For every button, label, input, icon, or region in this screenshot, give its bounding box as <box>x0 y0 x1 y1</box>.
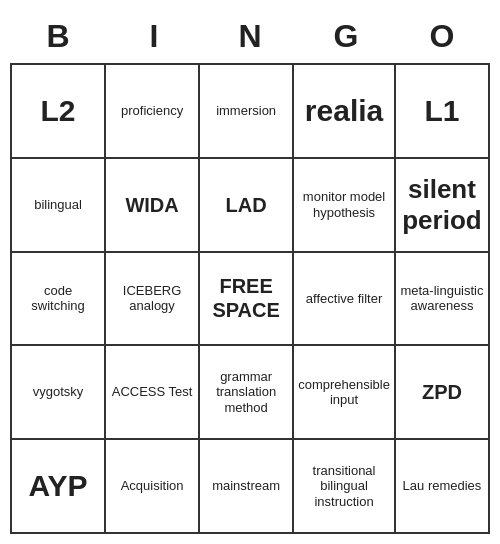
cell-text-10: code switching <box>16 283 100 314</box>
cell-text-7: LAD <box>226 193 267 217</box>
grid-cell-12[interactable]: FREE SPACE <box>200 253 294 347</box>
grid-cell-7[interactable]: LAD <box>200 159 294 253</box>
grid-cell-22[interactable]: mainstream <box>200 440 294 534</box>
grid-cell-20[interactable]: AYP <box>12 440 106 534</box>
cell-text-8: monitor model hypothesis <box>298 189 390 220</box>
cell-text-17: grammar translation method <box>204 369 288 416</box>
cell-text-1: proficiency <box>121 103 183 119</box>
grid-cell-13[interactable]: affective filter <box>294 253 396 347</box>
cell-text-23: transitional bilingual instruction <box>298 463 390 510</box>
bingo-card: B I N G O L2proficiencyimmersionrealiaL1… <box>10 10 490 534</box>
grid-cell-18[interactable]: comprehensible input <box>294 346 396 440</box>
grid-cell-3[interactable]: realia <box>294 65 396 159</box>
cell-text-16: ACCESS Test <box>112 384 193 400</box>
grid-cell-23[interactable]: transitional bilingual instruction <box>294 440 396 534</box>
grid-cell-6[interactable]: WIDA <box>106 159 200 253</box>
cell-text-14: meta-linguistic awareness <box>400 283 484 314</box>
bingo-header: B I N G O <box>10 10 490 63</box>
grid-cell-19[interactable]: ZPD <box>396 346 490 440</box>
grid-cell-0[interactable]: L2 <box>12 65 106 159</box>
cell-text-11: ICEBERG analogy <box>110 283 194 314</box>
cell-text-3: realia <box>305 93 383 129</box>
grid-cell-16[interactable]: ACCESS Test <box>106 346 200 440</box>
cell-text-12: FREE SPACE <box>204 274 288 322</box>
grid-cell-2[interactable]: immersion <box>200 65 294 159</box>
bingo-grid: L2proficiencyimmersionrealiaL1bilingualW… <box>10 63 490 534</box>
cell-text-24: Lau remedies <box>403 478 482 494</box>
cell-text-19: ZPD <box>422 380 462 404</box>
grid-cell-4[interactable]: L1 <box>396 65 490 159</box>
cell-text-0: L2 <box>41 93 76 129</box>
grid-cell-15[interactable]: vygotsky <box>12 346 106 440</box>
grid-cell-17[interactable]: grammar translation method <box>200 346 294 440</box>
cell-text-5: bilingual <box>34 197 82 213</box>
header-n: N <box>202 10 298 63</box>
cell-text-6: WIDA <box>125 193 178 217</box>
grid-cell-11[interactable]: ICEBERG analogy <box>106 253 200 347</box>
grid-cell-24[interactable]: Lau remedies <box>396 440 490 534</box>
header-o: O <box>394 10 490 63</box>
grid-cell-21[interactable]: Acquisition <box>106 440 200 534</box>
grid-cell-9[interactable]: silent period <box>396 159 490 253</box>
cell-text-18: comprehensible input <box>298 377 390 408</box>
grid-cell-5[interactable]: bilingual <box>12 159 106 253</box>
cell-text-9: silent period <box>400 174 484 236</box>
cell-text-13: affective filter <box>306 291 382 307</box>
cell-text-15: vygotsky <box>33 384 84 400</box>
header-i: I <box>106 10 202 63</box>
cell-text-2: immersion <box>216 103 276 119</box>
grid-cell-10[interactable]: code switching <box>12 253 106 347</box>
cell-text-21: Acquisition <box>121 478 184 494</box>
grid-cell-14[interactable]: meta-linguistic awareness <box>396 253 490 347</box>
header-b: B <box>10 10 106 63</box>
cell-text-4: L1 <box>424 93 459 129</box>
header-g: G <box>298 10 394 63</box>
grid-cell-8[interactable]: monitor model hypothesis <box>294 159 396 253</box>
cell-text-20: AYP <box>29 468 88 504</box>
cell-text-22: mainstream <box>212 478 280 494</box>
grid-cell-1[interactable]: proficiency <box>106 65 200 159</box>
